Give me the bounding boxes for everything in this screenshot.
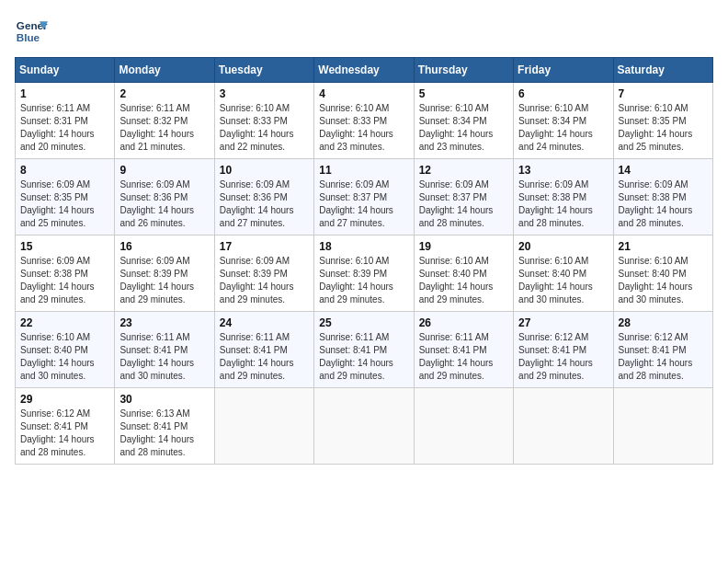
- day-number: 10: [220, 164, 309, 177]
- calendar-cell: 4 Sunrise: 6:10 AM Sunset: 8:33 PM Dayli…: [314, 83, 414, 159]
- calendar-cell: 16 Sunrise: 6:09 AM Sunset: 8:39 PM Dayl…: [115, 236, 214, 312]
- day-info: Sunrise: 6:10 AM Sunset: 8:34 PM Dayligh…: [419, 102, 508, 154]
- calendar-cell: 9 Sunrise: 6:09 AM Sunset: 8:36 PM Dayli…: [115, 159, 214, 236]
- calendar-cell: 18 Sunrise: 6:10 AM Sunset: 8:39 PM Dayl…: [314, 236, 414, 312]
- day-number: 24: [220, 316, 309, 329]
- calendar-cell: [514, 388, 613, 465]
- day-number: 20: [518, 240, 608, 253]
- day-info: Sunrise: 6:10 AM Sunset: 8:40 PM Dayligh…: [619, 255, 708, 306]
- calendar-cell: [414, 388, 513, 465]
- day-number: 18: [319, 240, 408, 253]
- page-header: General Blue: [15, 15, 713, 48]
- weekday-header-saturday: Saturday: [613, 58, 712, 83]
- calendar-week-row: 1 Sunrise: 6:11 AM Sunset: 8:31 PM Dayli…: [16, 83, 713, 159]
- calendar-cell: 14 Sunrise: 6:09 AM Sunset: 8:38 PM Dayl…: [613, 159, 712, 236]
- day-info: Sunrise: 6:10 AM Sunset: 8:40 PM Dayligh…: [518, 255, 608, 306]
- day-info: Sunrise: 6:11 AM Sunset: 8:41 PM Dayligh…: [119, 331, 209, 383]
- day-number: 3: [220, 87, 309, 100]
- day-info: Sunrise: 6:10 AM Sunset: 8:33 PM Dayligh…: [220, 102, 309, 154]
- calendar-cell: 8 Sunrise: 6:09 AM Sunset: 8:35 PM Dayli…: [16, 159, 115, 236]
- calendar-cell: 26 Sunrise: 6:11 AM Sunset: 8:41 PM Dayl…: [414, 312, 513, 388]
- day-info: Sunrise: 6:13 AM Sunset: 8:41 PM Dayligh…: [119, 408, 209, 459]
- weekday-header-tuesday: Tuesday: [214, 58, 313, 83]
- day-number: 12: [419, 164, 508, 177]
- calendar-cell: 29 Sunrise: 6:12 AM Sunset: 8:41 PM Dayl…: [16, 388, 115, 465]
- calendar-body: 1 Sunrise: 6:11 AM Sunset: 8:31 PM Dayli…: [16, 83, 713, 465]
- calendar-cell: 1 Sunrise: 6:11 AM Sunset: 8:31 PM Dayli…: [16, 83, 115, 159]
- day-info: Sunrise: 6:10 AM Sunset: 8:40 PM Dayligh…: [419, 255, 508, 306]
- weekday-header-row: SundayMondayTuesdayWednesdayThursdayFrid…: [16, 58, 713, 83]
- calendar-cell: [314, 388, 414, 465]
- calendar-cell: 21 Sunrise: 6:10 AM Sunset: 8:40 PM Dayl…: [613, 236, 712, 312]
- weekday-header-friday: Friday: [514, 58, 613, 83]
- day-number: 11: [319, 164, 408, 177]
- day-number: 14: [619, 164, 708, 177]
- day-info: Sunrise: 6:09 AM Sunset: 8:36 PM Dayligh…: [119, 178, 209, 230]
- calendar-week-row: 29 Sunrise: 6:12 AM Sunset: 8:41 PM Dayl…: [16, 388, 713, 465]
- calendar-cell: 25 Sunrise: 6:11 AM Sunset: 8:41 PM Dayl…: [314, 312, 414, 388]
- day-info: Sunrise: 6:10 AM Sunset: 8:33 PM Dayligh…: [319, 102, 408, 154]
- calendar-cell: 23 Sunrise: 6:11 AM Sunset: 8:41 PM Dayl…: [115, 312, 214, 388]
- logo: General Blue: [15, 15, 48, 48]
- calendar-cell: 27 Sunrise: 6:12 AM Sunset: 8:41 PM Dayl…: [514, 312, 613, 388]
- calendar-cell: [613, 388, 712, 465]
- calendar-cell: 6 Sunrise: 6:10 AM Sunset: 8:34 PM Dayli…: [514, 83, 613, 159]
- weekday-header-wednesday: Wednesday: [314, 58, 414, 83]
- calendar-cell: 28 Sunrise: 6:12 AM Sunset: 8:41 PM Dayl…: [613, 312, 712, 388]
- day-number: 27: [518, 316, 608, 329]
- calendar-cell: 11 Sunrise: 6:09 AM Sunset: 8:37 PM Dayl…: [314, 159, 414, 236]
- calendar-cell: 2 Sunrise: 6:11 AM Sunset: 8:32 PM Dayli…: [115, 83, 214, 159]
- calendar-cell: 13 Sunrise: 6:09 AM Sunset: 8:38 PM Dayl…: [514, 159, 613, 236]
- calendar-week-row: 22 Sunrise: 6:10 AM Sunset: 8:40 PM Dayl…: [16, 312, 713, 388]
- day-number: 23: [119, 316, 209, 329]
- logo-icon: General Blue: [15, 15, 48, 48]
- calendar-week-row: 8 Sunrise: 6:09 AM Sunset: 8:35 PM Dayli…: [16, 159, 713, 236]
- day-info: Sunrise: 6:12 AM Sunset: 8:41 PM Dayligh…: [20, 408, 109, 459]
- day-number: 7: [619, 87, 708, 100]
- calendar-cell: 15 Sunrise: 6:09 AM Sunset: 8:38 PM Dayl…: [16, 236, 115, 312]
- svg-text:Blue: Blue: [17, 31, 40, 43]
- day-number: 15: [20, 240, 109, 253]
- day-info: Sunrise: 6:11 AM Sunset: 8:41 PM Dayligh…: [319, 331, 408, 383]
- calendar-cell: 17 Sunrise: 6:09 AM Sunset: 8:39 PM Dayl…: [214, 236, 313, 312]
- day-info: Sunrise: 6:11 AM Sunset: 8:41 PM Dayligh…: [220, 331, 309, 383]
- weekday-header-monday: Monday: [115, 58, 214, 83]
- day-info: Sunrise: 6:09 AM Sunset: 8:37 PM Dayligh…: [319, 178, 408, 230]
- day-info: Sunrise: 6:12 AM Sunset: 8:41 PM Dayligh…: [619, 331, 708, 383]
- day-number: 6: [518, 87, 608, 100]
- day-number: 5: [419, 87, 508, 100]
- day-number: 16: [119, 240, 209, 253]
- day-info: Sunrise: 6:09 AM Sunset: 8:39 PM Dayligh…: [119, 255, 209, 306]
- calendar-cell: 3 Sunrise: 6:10 AM Sunset: 8:33 PM Dayli…: [214, 83, 313, 159]
- calendar-cell: 10 Sunrise: 6:09 AM Sunset: 8:36 PM Dayl…: [214, 159, 313, 236]
- day-info: Sunrise: 6:10 AM Sunset: 8:39 PM Dayligh…: [319, 255, 408, 306]
- day-number: 26: [419, 316, 508, 329]
- day-number: 21: [619, 240, 708, 253]
- day-info: Sunrise: 6:11 AM Sunset: 8:31 PM Dayligh…: [20, 102, 109, 154]
- day-number: 17: [220, 240, 309, 253]
- day-number: 22: [20, 316, 109, 329]
- day-info: Sunrise: 6:09 AM Sunset: 8:36 PM Dayligh…: [220, 178, 309, 230]
- day-info: Sunrise: 6:11 AM Sunset: 8:41 PM Dayligh…: [419, 331, 508, 383]
- day-info: Sunrise: 6:10 AM Sunset: 8:34 PM Dayligh…: [518, 102, 608, 154]
- calendar-cell: 5 Sunrise: 6:10 AM Sunset: 8:34 PM Dayli…: [414, 83, 513, 159]
- calendar-cell: 12 Sunrise: 6:09 AM Sunset: 8:37 PM Dayl…: [414, 159, 513, 236]
- calendar-cell: 19 Sunrise: 6:10 AM Sunset: 8:40 PM Dayl…: [414, 236, 513, 312]
- calendar-table: SundayMondayTuesdayWednesdayThursdayFrid…: [15, 57, 713, 465]
- day-number: 29: [20, 393, 109, 406]
- day-number: 8: [20, 164, 109, 177]
- day-number: 30: [119, 393, 209, 406]
- day-number: 2: [119, 87, 209, 100]
- calendar-cell: [214, 388, 313, 465]
- weekday-header-thursday: Thursday: [414, 58, 513, 83]
- day-info: Sunrise: 6:09 AM Sunset: 8:38 PM Dayligh…: [518, 178, 608, 230]
- day-info: Sunrise: 6:10 AM Sunset: 8:35 PM Dayligh…: [619, 102, 708, 154]
- day-info: Sunrise: 6:09 AM Sunset: 8:39 PM Dayligh…: [220, 255, 309, 306]
- day-info: Sunrise: 6:09 AM Sunset: 8:38 PM Dayligh…: [20, 255, 109, 306]
- calendar-cell: 20 Sunrise: 6:10 AM Sunset: 8:40 PM Dayl…: [514, 236, 613, 312]
- day-info: Sunrise: 6:10 AM Sunset: 8:40 PM Dayligh…: [20, 331, 109, 383]
- calendar-week-row: 15 Sunrise: 6:09 AM Sunset: 8:38 PM Dayl…: [16, 236, 713, 312]
- day-number: 1: [20, 87, 109, 100]
- day-number: 9: [119, 164, 209, 177]
- calendar-cell: 7 Sunrise: 6:10 AM Sunset: 8:35 PM Dayli…: [613, 83, 712, 159]
